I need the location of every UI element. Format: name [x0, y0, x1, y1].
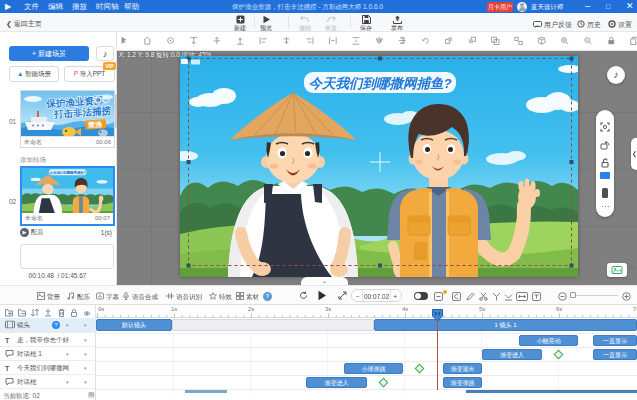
svg-text:今天我们到哪撒网捕鱼?: 今天我们到哪撒网捕鱼?: [308, 76, 451, 91]
